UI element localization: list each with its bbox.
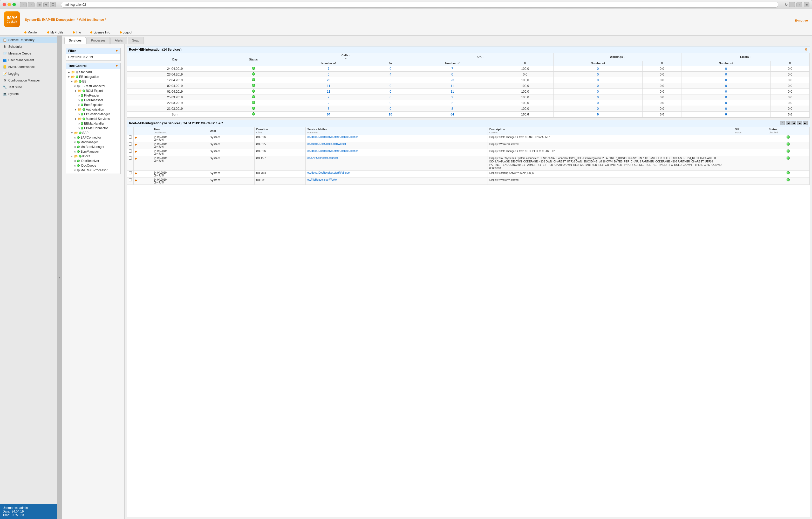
tree-arrow-material-services[interactable]: ▼ bbox=[74, 117, 77, 120]
tab-processes[interactable]: Processes bbox=[86, 37, 110, 44]
tree-node-eb-integration[interactable]: ▼ 📂 EB-Integration bbox=[66, 75, 120, 79]
play-button[interactable]: ▶ bbox=[135, 143, 137, 146]
tree-node-ebmathandler[interactable]: ⚙ EBMatHandler bbox=[66, 121, 120, 126]
sidebar-toggle-icon[interactable]: ⊟ bbox=[37, 2, 42, 7]
url-bar[interactable]: itmintegration02 bbox=[61, 2, 778, 7]
sidebar-item-scheduler[interactable]: 🗓 Scheduler bbox=[0, 44, 57, 50]
services-row-calls-err[interactable]: 0 bbox=[373, 106, 408, 112]
tree-node-filereader[interactable]: ⚙ FileReader bbox=[66, 93, 120, 98]
services-row-err-num[interactable]: 0 bbox=[682, 100, 771, 106]
services-row-ok-num[interactable]: 2 bbox=[408, 94, 497, 100]
reload-button[interactable]: ↻ bbox=[783, 2, 789, 7]
col-sip[interactable]: SIPStatus bbox=[733, 127, 767, 135]
log-icon-prev[interactable]: ◀ bbox=[791, 121, 796, 125]
services-settings-icon[interactable]: ⚙ bbox=[805, 48, 808, 51]
services-row-ok-num[interactable]: 2 bbox=[408, 100, 497, 106]
col-time[interactable]: TimeDetail Descr. bbox=[152, 127, 208, 135]
col-calls-err[interactable]: % bbox=[373, 61, 408, 66]
tree-node-idocs[interactable]: ▼ 📂 IDocs bbox=[66, 154, 120, 158]
col-status[interactable]: Status bbox=[223, 53, 284, 66]
log-scroll[interactable]: TimeDetail Descr. User DurationOffset Se… bbox=[127, 127, 810, 185]
tree-node-matmanager[interactable]: ⚙ MatManager bbox=[66, 140, 120, 145]
tree-arrow-standard[interactable]: ▶ bbox=[67, 70, 70, 74]
services-row-calls-num[interactable]: 8 bbox=[284, 106, 373, 112]
log-row-checkbox[interactable] bbox=[127, 171, 134, 178]
services-row-warn-num[interactable]: 0 bbox=[553, 83, 642, 89]
sidebar-item-message-queue[interactable]: 📨 Message Queue bbox=[0, 50, 57, 57]
play-button[interactable]: ▶ bbox=[135, 150, 137, 153]
tree-node-bomexploder[interactable]: ⚙ BomExploder bbox=[66, 103, 120, 107]
services-row-calls-num[interactable]: 64 bbox=[284, 112, 373, 117]
col-warn-num[interactable]: Number of bbox=[553, 61, 642, 66]
services-row-calls-err[interactable]: 10 bbox=[373, 112, 408, 117]
col-ok-num[interactable]: Number of bbox=[408, 61, 497, 66]
tree-node-idocqueue[interactable]: ⚙ IDocQueue bbox=[66, 163, 120, 168]
download-icon[interactable]: ↓ bbox=[789, 2, 795, 7]
tree-node-matmasprocessor[interactable]: ⚙ MATMASProcessor bbox=[66, 168, 120, 173]
services-row-warn-num[interactable]: 0 bbox=[553, 100, 642, 106]
tree-arrow-idocs[interactable]: ▼ bbox=[70, 155, 74, 158]
sidebar-item-user-management[interactable]: 👥 User Management bbox=[0, 57, 57, 64]
services-row-warn-num[interactable]: 0 bbox=[553, 94, 642, 100]
tree-arrow-eb[interactable]: ▼ bbox=[70, 80, 74, 83]
services-row-ok-num[interactable]: 7 bbox=[408, 66, 497, 71]
tab-soap[interactable]: Soap bbox=[128, 37, 144, 44]
play-button[interactable]: ▶ bbox=[135, 172, 137, 175]
sidebar-item-configuration-manager[interactable]: ⚙ Configuration Manager bbox=[0, 77, 57, 84]
sidebar-item-service-repository[interactable]: 📋 Service Repository bbox=[0, 36, 57, 44]
col-user[interactable]: User bbox=[208, 127, 255, 135]
services-row-warn-num[interactable]: 0 bbox=[553, 89, 642, 94]
services-row-ok-num[interactable]: 11 bbox=[408, 83, 497, 89]
services-row-calls-err[interactable]: 0 bbox=[373, 100, 408, 106]
col-err-pct[interactable]: % bbox=[771, 61, 809, 66]
back-button[interactable]: ‹ bbox=[20, 2, 27, 7]
forward-button[interactable]: › bbox=[28, 2, 34, 7]
tree-node-standard[interactable]: ▶ 📁 Standard bbox=[66, 70, 120, 75]
services-row-calls-err[interactable]: 4 bbox=[373, 71, 408, 77]
share-icon[interactable]: ↑ bbox=[796, 2, 802, 7]
nav-license[interactable]: License Info bbox=[88, 30, 112, 35]
services-row-calls-err[interactable]: 6 bbox=[373, 77, 408, 83]
bookmark-icon[interactable]: ⊕ bbox=[44, 2, 49, 7]
tree-node-ebmatconnector[interactable]: ⚙ EBMatConnector bbox=[66, 126, 120, 131]
tree-settings-icon[interactable]: ▼ bbox=[115, 64, 118, 68]
log-row-checkbox[interactable] bbox=[127, 178, 134, 185]
services-row-ok-num[interactable]: 11 bbox=[408, 89, 497, 94]
info-icon[interactable]: ⓘ bbox=[50, 2, 56, 7]
log-row-checkbox[interactable] bbox=[127, 142, 134, 149]
log-row-checkbox[interactable] bbox=[127, 135, 134, 142]
services-row-err-num[interactable]: 0 bbox=[682, 77, 771, 83]
services-row-calls-err[interactable]: 0 bbox=[373, 89, 408, 94]
log-row-checkbox[interactable] bbox=[127, 156, 134, 171]
tree-node-ebsessionmanger[interactable]: ⚙ EBSessionManger bbox=[66, 112, 120, 117]
log-row-play[interactable]: ▶ bbox=[134, 156, 152, 171]
log-row-play[interactable]: ▶ bbox=[134, 149, 152, 156]
tree-node-sapconnector[interactable]: ⚙ SAPConnector bbox=[66, 135, 120, 140]
services-row-err-num[interactable]: 0 bbox=[682, 112, 771, 117]
log-row-play[interactable]: ▶ bbox=[134, 135, 152, 142]
services-row-warn-num[interactable]: 0 bbox=[553, 106, 642, 112]
col-calls-num[interactable]: Number of bbox=[284, 61, 373, 66]
sidebar-item-email-addressbook[interactable]: 📒 eMail Addressbook bbox=[0, 64, 57, 70]
services-row-warn-num[interactable]: 0 bbox=[553, 66, 642, 71]
log-row-checkbox[interactable] bbox=[127, 149, 134, 156]
services-row-calls-num[interactable]: 11 bbox=[284, 89, 373, 94]
tree-node-idocreceiver[interactable]: ⚙ IDocReceiver bbox=[66, 158, 120, 163]
nav-info[interactable]: Info bbox=[70, 30, 83, 35]
tree-node-bom-export[interactable]: ▼ 📂 BOM Export bbox=[66, 88, 120, 93]
services-row-calls-num[interactable]: 0 bbox=[284, 71, 373, 77]
services-row-ok-num[interactable]: 64 bbox=[408, 112, 497, 117]
services-row-warn-num[interactable]: 0 bbox=[553, 71, 642, 77]
services-row-ok-num[interactable]: 0 bbox=[408, 71, 497, 77]
minimize-button[interactable] bbox=[7, 3, 11, 6]
tree-node-ebrestconnector[interactable]: ⚙ EBRestConnector bbox=[66, 84, 120, 88]
nav-logout[interactable]: Logout bbox=[118, 30, 135, 35]
tab-services[interactable]: Services bbox=[64, 37, 86, 44]
col-duration[interactable]: DurationOffset bbox=[255, 127, 306, 135]
tree-node-ecmmanager[interactable]: ⚙ EcmManager bbox=[66, 149, 120, 154]
col-ok-pct[interactable]: % bbox=[497, 61, 553, 66]
col-warn-pct[interactable]: % bbox=[642, 61, 682, 66]
services-row-ok-num[interactable]: 23 bbox=[408, 77, 497, 83]
sidebar-collapse-arrow[interactable]: ‹ bbox=[57, 35, 62, 519]
play-button[interactable]: ▶ bbox=[135, 136, 137, 139]
